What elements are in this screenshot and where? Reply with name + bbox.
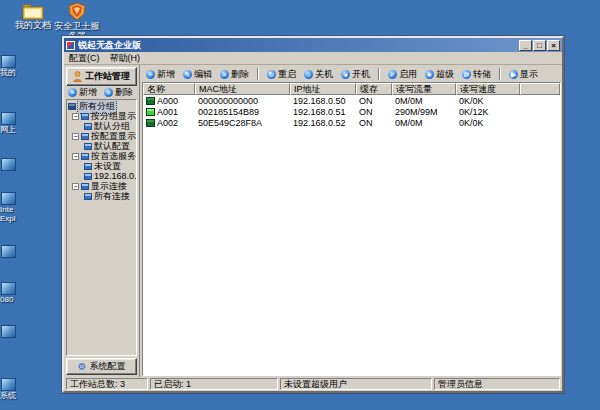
workstation-status-icon xyxy=(146,119,155,127)
status-total-workstations: 工作站总数: 3 xyxy=(66,378,148,390)
column-header-traffic[interactable]: 读写流量 xyxy=(392,83,456,95)
tree-add-button[interactable]: + 新增 xyxy=(68,86,97,99)
tree-item-all-connections[interactable]: 所有连接 xyxy=(68,191,136,201)
table-header: 名称 MAC地址 IP地址 缓存 读写流量 读写速度 xyxy=(143,83,560,95)
toolbar-label: 超级 xyxy=(436,68,454,81)
collapse-icon[interactable]: − xyxy=(72,133,79,140)
config-icon xyxy=(84,143,92,150)
connection-icon xyxy=(84,193,92,200)
toolbar-delete-button[interactable]: ×删除 xyxy=(220,68,249,81)
title-bar[interactable]: 锐起无盘企业版 _ □ × xyxy=(64,38,562,52)
desktop-left-icon[interactable]: 系统 xyxy=(0,378,26,400)
collapse-icon[interactable]: − xyxy=(72,183,79,190)
column-header-mac[interactable]: MAC地址 xyxy=(195,83,290,95)
system-config-label: 系统配置 xyxy=(89,360,125,373)
collapse-icon[interactable]: − xyxy=(72,113,79,120)
toolbar-separator xyxy=(499,68,501,80)
group-icon xyxy=(81,113,89,120)
workstation-ip: 192.168.0.52 xyxy=(290,118,356,128)
desktop-icon-label: 我的 xyxy=(0,68,26,77)
toolbar-dump-button[interactable]: ⇄转储 xyxy=(462,68,491,81)
toolbar-edit-button[interactable]: ✎编辑 xyxy=(183,68,212,81)
desktop-left-icon[interactable]: 我的 xyxy=(0,55,26,77)
desktop-left-icon-internet-explorer[interactable]: Inte Expl xyxy=(0,192,26,223)
add-icon: + xyxy=(146,70,155,79)
toolbar-display-button[interactable]: ▶显示 xyxy=(509,68,538,81)
enable-icon: ✓ xyxy=(388,70,397,79)
column-header-filler xyxy=(520,83,560,95)
power-on-icon: ● xyxy=(341,70,350,79)
folder-icon xyxy=(22,3,44,20)
desktop-left-icon[interactable]: 080 xyxy=(0,282,26,304)
toolbar-label: 新增 xyxy=(157,68,175,81)
superuser-icon: ★ xyxy=(425,70,434,79)
main-area: +新增 ✎编辑 ×删除 ↻重启 ○关机 ●开机 ✓启用 ★超级 ⇄转储 ▶显示 … xyxy=(140,65,562,377)
desktop-icon-my-documents[interactable]: 我的文档 xyxy=(10,3,56,30)
toolbar-label: 重启 xyxy=(278,68,296,81)
generic-app-icon xyxy=(1,282,16,295)
toolbar-shutdown-button[interactable]: ○关机 xyxy=(304,68,333,81)
menu-help[interactable]: 帮助(H) xyxy=(110,52,141,65)
desktop-left-icon[interactable]: 网上 xyxy=(0,112,26,134)
minimize-button[interactable]: _ xyxy=(519,40,532,51)
column-header-name[interactable]: 名称 xyxy=(143,83,195,95)
toolbar: +新增 ✎编辑 ×删除 ↻重启 ○关机 ●开机 ✓启用 ★超级 ⇄转储 ▶显示 xyxy=(142,66,561,82)
column-header-ip[interactable]: IP地址 xyxy=(290,83,356,95)
toolbar-poweron-button[interactable]: ●开机 xyxy=(341,68,370,81)
connection-icon xyxy=(81,183,89,190)
workstation-manage-label: 工作站管理 xyxy=(85,70,130,83)
window-title: 锐起无盘企业版 xyxy=(78,39,518,52)
delete-icon: × xyxy=(104,88,113,97)
desktop-icon-label: 系统 xyxy=(0,391,26,400)
generic-app-icon xyxy=(1,112,16,125)
workstation-traffic: 290M/99M xyxy=(392,107,456,117)
toolbar-add-button[interactable]: +新增 xyxy=(146,68,175,81)
workstation-manage-button[interactable]: 工作站管理 xyxy=(66,67,137,86)
workstation-speed: 0K/0K xyxy=(456,118,520,128)
desktop-left-icon[interactable] xyxy=(0,245,26,258)
workstation-speed: 0K/0K xyxy=(456,96,520,106)
display-icon: ▶ xyxy=(509,70,518,79)
tree-add-label: 新增 xyxy=(79,86,97,99)
tree-item-not-set[interactable]: 未设置 xyxy=(68,161,136,171)
app-icon xyxy=(66,41,75,50)
internet-explorer-icon xyxy=(1,192,16,205)
close-button[interactable]: × xyxy=(547,40,560,51)
left-panel: 工作站管理 + 新增 × 删除 所有分组 − xyxy=(64,65,140,377)
status-superuser: 未设置超级用户 xyxy=(280,378,432,390)
group-tree: 所有分组 − 按分组显示 默认分组 − 按配置显示 xyxy=(66,99,137,356)
group-icon xyxy=(84,123,92,130)
desktop-left-icon[interactable] xyxy=(0,158,26,171)
workstation-mac: 50E549C28F8A xyxy=(195,118,290,128)
tree-delete-button[interactable]: × 删除 xyxy=(104,86,133,99)
add-icon: + xyxy=(68,88,77,97)
menu-config[interactable]: 配置(C) xyxy=(69,52,100,65)
workstation-cache: ON xyxy=(356,96,392,106)
app-window: 锐起无盘企业版 _ □ × 配置(C) 帮助(H) 工作站管理 + 新增 xyxy=(62,36,564,393)
status-started-count: 已启动: 1 xyxy=(150,378,278,390)
table-row[interactable]: A001 002185154B89 192.168.0.51 ON 290M/9… xyxy=(143,106,560,117)
toolbar-enable-button[interactable]: ✓启用 xyxy=(388,68,417,81)
shield-icon xyxy=(68,2,86,21)
toolbar-separator xyxy=(378,68,380,80)
desktop-left-icon[interactable] xyxy=(0,325,26,338)
config-icon xyxy=(81,133,89,140)
collapse-icon[interactable]: − xyxy=(72,153,79,160)
workstation-ip: 192.168.0.50 xyxy=(290,96,356,106)
table-row[interactable]: A002 50E549C28F8A 192.168.0.52 ON 0M/0M … xyxy=(143,117,560,128)
tree-item-label: 所有连接 xyxy=(94,190,130,203)
toolbar-superuser-button[interactable]: ★超级 xyxy=(425,68,454,81)
server-icon xyxy=(84,163,92,170)
workstation-mac: 002185154B89 xyxy=(195,107,290,117)
workstation-table: 名称 MAC地址 IP地址 缓存 读写流量 读写速度 A000 00000000… xyxy=(142,82,561,376)
toolbar-restart-button[interactable]: ↻重启 xyxy=(267,68,296,81)
column-header-speed[interactable]: 读写速度 xyxy=(456,83,520,95)
maximize-button[interactable]: □ xyxy=(533,40,546,51)
edit-icon: ✎ xyxy=(183,70,192,79)
table-row[interactable]: A000 000000000000 192.168.0.50 ON 0M/0M … xyxy=(143,95,560,106)
toolbar-label: 启用 xyxy=(399,68,417,81)
system-config-button[interactable]: ⚙ 系统配置 xyxy=(66,358,137,375)
column-header-cache[interactable]: 缓存 xyxy=(356,83,392,95)
server-icon xyxy=(84,173,92,180)
server-icon xyxy=(81,153,89,160)
